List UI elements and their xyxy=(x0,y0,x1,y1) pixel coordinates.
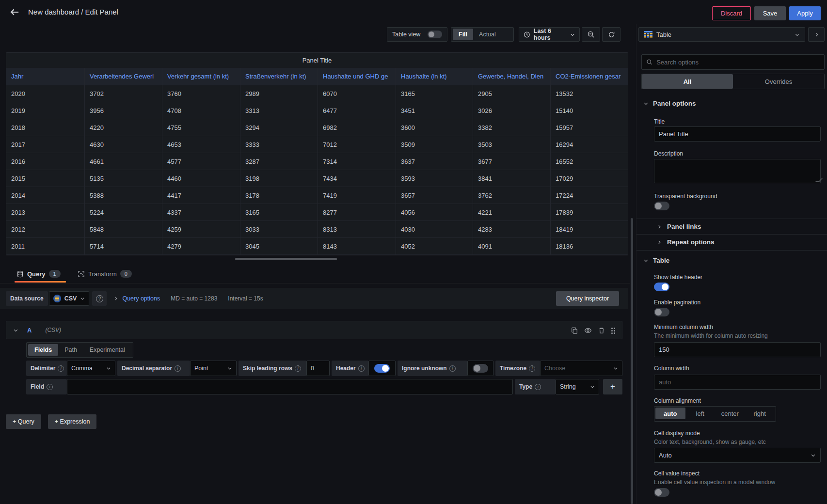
table-cell: 3294 xyxy=(240,119,318,136)
delete-query-icon[interactable] xyxy=(598,327,605,334)
decimal-separator-select[interactable]: Point xyxy=(190,361,237,376)
skip-rows-input[interactable] xyxy=(306,361,330,376)
header-toggle[interactable] xyxy=(374,364,390,373)
column-header[interactable]: Straßenverkehr (in kt) xyxy=(240,68,318,85)
duplicate-query-icon[interactable] xyxy=(571,327,578,334)
options-search[interactable] xyxy=(641,54,825,70)
vertical-scrollbar[interactable] xyxy=(631,218,633,504)
column-header[interactable]: Haushalte und GHD ge xyxy=(318,68,396,85)
panel-title: Panel Title xyxy=(6,53,628,68)
datasource-help-button[interactable] xyxy=(92,291,107,306)
column-header[interactable]: Verkehr gesamt (in kt) xyxy=(162,68,240,85)
panel-options-header[interactable]: Panel options xyxy=(643,100,696,107)
table-cell: 4337 xyxy=(162,204,240,221)
active-tab-indicator xyxy=(15,281,66,283)
table-cell: 18419 xyxy=(551,221,628,238)
options-filter-group: All Overrides xyxy=(641,74,825,89)
add-field-button[interactable]: + xyxy=(603,379,622,394)
chevron-down-icon xyxy=(811,453,816,458)
cell-inspect-toggle[interactable] xyxy=(654,488,669,497)
filter-all[interactable]: All xyxy=(642,74,733,89)
table-cell: 13532 xyxy=(551,85,628,102)
horizontal-scrollbar[interactable] xyxy=(235,258,337,260)
table-cell: 8143 xyxy=(318,238,396,255)
align-center-option[interactable]: center xyxy=(715,408,745,419)
query-count-badge: 1 xyxy=(49,270,61,278)
chevron-down-icon xyxy=(643,101,649,106)
refresh-button[interactable] xyxy=(602,27,620,42)
options-search-input[interactable] xyxy=(656,59,820,66)
collapse-pane-button[interactable] xyxy=(808,27,825,42)
table-cell: 4417 xyxy=(162,187,240,204)
table-cell: 17839 xyxy=(551,204,628,221)
filter-overrides[interactable]: Overrides xyxy=(733,74,824,89)
viz-picker-value: Table xyxy=(656,31,791,38)
table-cell: 3287 xyxy=(240,153,318,170)
zoom-out-button[interactable] xyxy=(582,27,600,42)
datasource-picker[interactable]: CSV xyxy=(49,291,90,306)
min-col-width-input[interactable] xyxy=(654,342,821,357)
visualization-picker[interactable]: Table xyxy=(638,27,805,42)
pagination-toggle[interactable] xyxy=(654,308,669,316)
hide-query-icon[interactable] xyxy=(584,327,592,334)
description-input[interactable] xyxy=(654,159,821,183)
tab-path[interactable]: Path xyxy=(58,344,83,356)
add-query-button[interactable]: + Query xyxy=(6,414,41,429)
cell-display-select[interactable]: Auto xyxy=(654,448,821,463)
save-button[interactable]: Save xyxy=(754,6,786,20)
table-cell: 3637 xyxy=(396,153,473,170)
actual-option[interactable]: Actual xyxy=(473,29,502,40)
tab-transform[interactable]: Transform 0 xyxy=(78,266,132,282)
align-right-option[interactable]: right xyxy=(745,408,775,419)
table-cell: 16552 xyxy=(551,153,628,170)
align-left-option[interactable]: left xyxy=(685,408,716,419)
show-header-toggle[interactable] xyxy=(654,283,669,291)
panel-title-input[interactable] xyxy=(654,126,821,142)
time-range-picker[interactable]: Last 6 hours xyxy=(519,27,580,42)
column-header[interactable]: Jahr xyxy=(6,68,85,85)
table-cell: 3333 xyxy=(240,136,318,153)
cell-display-desc: Color text, background, show as gauge, e… xyxy=(654,439,766,445)
timezone-select[interactable]: Choose xyxy=(540,361,622,376)
column-header[interactable]: Verarbeitendes Gewerl xyxy=(85,68,162,85)
repeat-options-section[interactable]: Repeat options xyxy=(657,238,715,246)
tab-experimental[interactable]: Experimental xyxy=(83,344,131,356)
table-cell: 4259 xyxy=(162,221,240,238)
top-bar: New dashboard / Edit Panel Discard Save … xyxy=(0,0,827,24)
tab-fields[interactable]: Fields xyxy=(28,344,58,356)
table-cell: 15957 xyxy=(551,119,628,136)
delimiter-select[interactable]: Comma xyxy=(67,361,115,376)
min-col-width-label: Minimum column width xyxy=(654,324,713,331)
query-a-header[interactable]: A (CSV) xyxy=(6,321,622,339)
table-cell: 4283 xyxy=(473,221,551,238)
type-select[interactable]: String xyxy=(556,379,599,394)
field-input[interactable] xyxy=(67,379,513,394)
column-header[interactable]: Gewerbe, Handel, Dien xyxy=(473,68,551,85)
panel-links-section[interactable]: Panel links xyxy=(657,223,701,230)
apply-button[interactable]: Apply xyxy=(789,6,821,20)
fill-option[interactable]: Fill xyxy=(453,29,473,40)
table-cell: 3178 xyxy=(240,187,318,204)
show-header-label: Show table header xyxy=(654,274,702,281)
table-cell: 2018 xyxy=(6,119,85,136)
query-options-toggle[interactable]: Query options xyxy=(113,295,160,302)
table-view-toggle[interactable] xyxy=(428,31,442,38)
transparent-bg-toggle[interactable] xyxy=(654,202,669,210)
table-options-header[interactable]: Table xyxy=(643,257,669,264)
decimal-separator-label: Decimal separator xyxy=(117,361,190,376)
max-datapoints-info: MD = auto = 1283 xyxy=(171,295,217,302)
tab-query[interactable]: Query 1 xyxy=(16,266,61,282)
query-inspector-button[interactable]: Query inspector xyxy=(556,291,619,306)
col-width-input[interactable] xyxy=(654,375,821,390)
align-auto-option[interactable]: auto xyxy=(655,408,685,419)
pagination-label: Enable pagination xyxy=(654,299,700,306)
column-header[interactable]: CO2-Emissionen gesar xyxy=(551,68,628,85)
ignore-unknown-toggle[interactable] xyxy=(473,364,488,373)
back-button[interactable] xyxy=(5,2,24,22)
add-expression-button[interactable]: + Expression xyxy=(48,414,97,429)
table-cell: 3593 xyxy=(396,170,473,187)
discard-button[interactable]: Discard xyxy=(712,6,751,20)
drag-handle-icon[interactable] xyxy=(611,328,615,334)
column-header[interactable]: Haushalte (in kt) xyxy=(396,68,473,85)
table-cell: 3026 xyxy=(473,102,551,119)
